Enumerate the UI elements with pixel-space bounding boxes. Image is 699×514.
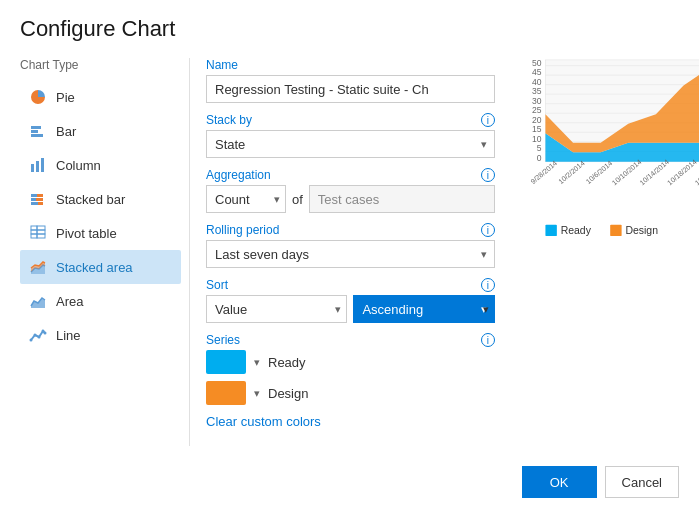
stacked-area-icon: [28, 257, 48, 277]
name-field-group: Name: [206, 58, 495, 103]
svg-text:10/18/2014: 10/18/2014: [666, 158, 698, 187]
svg-rect-5: [41, 158, 44, 172]
svg-rect-12: [31, 226, 37, 230]
chart-type-item-stacked-bar[interactable]: Stacked bar: [20, 182, 181, 216]
svg-text:35: 35: [532, 86, 542, 96]
dialog-footer: OK Cancel: [20, 458, 679, 498]
svg-text:45: 45: [532, 67, 542, 77]
series-color-ready[interactable]: [206, 350, 246, 374]
stack-by-info-icon[interactable]: i: [481, 113, 495, 127]
svg-rect-14: [31, 230, 37, 234]
area-icon: [28, 291, 48, 311]
svg-text:10/14/2014: 10/14/2014: [638, 158, 670, 187]
chart-type-item-column[interactable]: Column: [20, 148, 181, 182]
aggregation-type-select[interactable]: Count: [206, 185, 286, 213]
stack-by-label: Stack by i: [206, 113, 495, 127]
series-label: Series i: [206, 333, 495, 347]
svg-text:10: 10: [532, 134, 542, 144]
chart-type-label: Chart Type: [20, 58, 181, 72]
series-chevron-ready[interactable]: ▾: [254, 356, 260, 369]
pivot-table-label: Pivot table: [56, 226, 117, 241]
rolling-period-field-group: Rolling period i Last seven days: [206, 223, 495, 268]
rolling-period-select-wrapper: Last seven days: [206, 240, 495, 268]
bar-icon: [28, 121, 48, 141]
svg-text:5: 5: [537, 143, 542, 153]
svg-rect-3: [31, 164, 34, 172]
sort-order-select[interactable]: Ascending Descending: [353, 295, 494, 323]
svg-text:Ready: Ready: [561, 225, 592, 236]
line-icon: [28, 325, 48, 345]
sort-row: Value Ascending Descending ▾: [206, 295, 495, 323]
chart-type-panel: Chart Type Pie: [20, 58, 190, 446]
svg-point-23: [38, 336, 41, 339]
svg-rect-17: [37, 234, 45, 238]
chart-type-item-stacked-area[interactable]: Stacked area: [20, 250, 181, 284]
svg-point-21: [30, 339, 33, 342]
rolling-period-info-icon[interactable]: i: [481, 223, 495, 237]
svg-rect-4: [36, 161, 39, 172]
svg-point-22: [34, 334, 37, 337]
stacked-area-label: Stacked area: [56, 260, 133, 275]
svg-text:20: 20: [532, 115, 542, 125]
clear-custom-colors-link[interactable]: Clear custom colors: [206, 414, 495, 429]
pie-icon: [28, 87, 48, 107]
svg-rect-8: [31, 198, 36, 201]
chart-preview-panel: 50 45 40 35 30 25 20 15 10 5 0: [511, 58, 699, 446]
of-text: of: [292, 192, 303, 207]
aggregation-row: Count of: [206, 185, 495, 213]
svg-text:25: 25: [532, 105, 542, 115]
area-label: Area: [56, 294, 83, 309]
chart-type-item-line[interactable]: Line: [20, 318, 181, 352]
name-label: Name: [206, 58, 495, 72]
svg-rect-9: [36, 198, 43, 201]
svg-text:30: 30: [532, 96, 542, 106]
rolling-period-select[interactable]: Last seven days: [206, 240, 495, 268]
svg-rect-60: [610, 225, 621, 236]
config-panel: Name Stack by i State Aggrega: [190, 58, 511, 446]
sort-field-group: Sort i Value Ascending Descending: [206, 278, 495, 323]
svg-rect-58: [545, 225, 556, 236]
aggregation-info-icon[interactable]: i: [481, 168, 495, 182]
stack-by-select-wrapper: State: [206, 130, 495, 158]
sort-order-wrapper: Ascending Descending ▾: [353, 295, 494, 323]
chart-type-item-pie[interactable]: Pie: [20, 80, 181, 114]
sort-info-icon[interactable]: i: [481, 278, 495, 292]
name-input[interactable]: [206, 75, 495, 103]
svg-text:9/28/2014: 9/28/2014: [529, 159, 558, 186]
svg-text:10/10/2014: 10/10/2014: [611, 158, 643, 187]
bar-label: Bar: [56, 124, 76, 139]
svg-text:50: 50: [532, 58, 542, 68]
ok-button[interactable]: OK: [522, 466, 597, 498]
svg-text:40: 40: [532, 77, 542, 87]
sort-label: Sort i: [206, 278, 495, 292]
series-color-design[interactable]: [206, 381, 246, 405]
pie-label: Pie: [56, 90, 75, 105]
chart-type-item-pivot-table[interactable]: Pivot table: [20, 216, 181, 250]
series-field-group: Series i ▾ Ready ▾ Design Clear custom c…: [206, 333, 495, 429]
svg-rect-11: [38, 202, 43, 205]
dialog-title: Configure Chart: [20, 16, 679, 42]
chart-type-item-bar[interactable]: Bar: [20, 114, 181, 148]
sort-value-select[interactable]: Value: [206, 295, 347, 323]
aggregation-field-group: Aggregation i Count of: [206, 168, 495, 213]
svg-text:15: 15: [532, 124, 542, 134]
line-label: Line: [56, 328, 81, 343]
series-info-icon[interactable]: i: [481, 333, 495, 347]
series-row-ready: ▾ Ready: [206, 350, 495, 374]
series-chevron-design[interactable]: ▾: [254, 387, 260, 400]
cancel-button[interactable]: Cancel: [605, 466, 679, 498]
svg-rect-15: [37, 230, 45, 234]
stacked-bar-label: Stacked bar: [56, 192, 125, 207]
stack-by-select[interactable]: State: [206, 130, 495, 158]
aggregation-label: Aggregation i: [206, 168, 495, 182]
dialog-body: Chart Type Pie: [20, 58, 679, 446]
svg-text:Design: Design: [625, 225, 658, 236]
series-name-design: Design: [268, 386, 308, 401]
sort-value-wrapper: Value: [206, 295, 347, 323]
chart-type-item-area[interactable]: Area: [20, 284, 181, 318]
svg-point-25: [44, 332, 47, 335]
svg-rect-2: [31, 134, 43, 137]
svg-text:10/6/2014: 10/6/2014: [585, 159, 614, 186]
svg-text:0: 0: [537, 153, 542, 163]
rolling-period-label: Rolling period i: [206, 223, 495, 237]
